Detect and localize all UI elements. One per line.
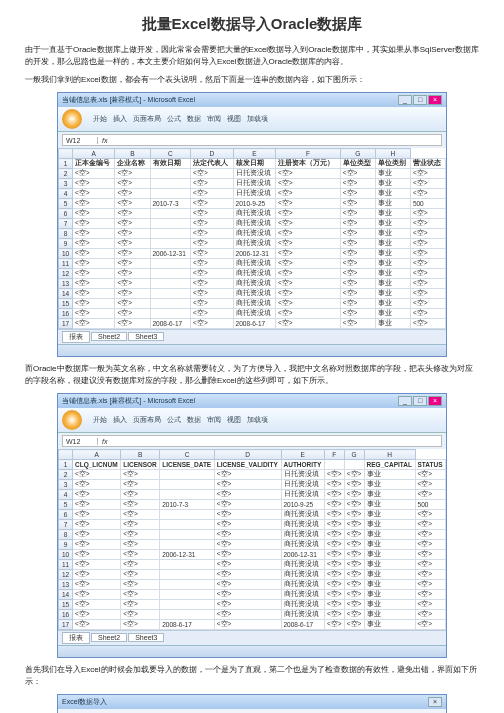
cell[interactable]: <空>: [276, 279, 341, 289]
cell[interactable]: 2010-7-3: [150, 199, 191, 209]
cell[interactable]: 商托资没填: [233, 289, 275, 299]
cell[interactable]: 2008-6-17: [150, 319, 191, 329]
cell[interactable]: 500: [410, 199, 445, 209]
cell[interactable]: <空>: [73, 560, 121, 570]
cell[interactable]: <空>: [115, 289, 150, 299]
ribbon-tab[interactable]: 审阅: [207, 416, 221, 423]
cell[interactable]: <空>: [415, 600, 445, 610]
cell[interactable]: 事业: [375, 199, 410, 209]
cell[interactable]: <空>: [73, 219, 115, 229]
cell[interactable]: 商托资没填: [233, 279, 275, 289]
cell[interactable]: [160, 520, 215, 530]
cell[interactable]: <空>: [344, 480, 364, 490]
cell[interactable]: <空>: [415, 580, 445, 590]
cell[interactable]: 事业: [364, 520, 415, 530]
cell[interactable]: <空>: [73, 269, 115, 279]
cell[interactable]: [150, 209, 191, 219]
cell[interactable]: [160, 530, 215, 540]
row-header[interactable]: 9: [59, 239, 73, 249]
cell[interactable]: 事业: [364, 580, 415, 590]
cell[interactable]: <空>: [340, 229, 375, 239]
cell[interactable]: <空>: [324, 470, 344, 480]
cell[interactable]: 事业: [364, 470, 415, 480]
cell[interactable]: <空>: [73, 510, 121, 520]
cell[interactable]: 事业: [364, 570, 415, 580]
col-header[interactable]: C: [150, 149, 191, 159]
cell[interactable]: <空>: [121, 530, 160, 540]
cell[interactable]: <空>: [415, 540, 445, 550]
row-header[interactable]: 2: [59, 169, 73, 179]
cell[interactable]: <空>: [344, 530, 364, 540]
ribbon-tab[interactable]: 视图: [227, 416, 241, 423]
cell[interactable]: 日托资没填: [281, 480, 324, 490]
cell[interactable]: <空>: [115, 179, 150, 189]
cell[interactable]: <空>: [191, 189, 233, 199]
cell[interactable]: <空>: [73, 249, 115, 259]
cell[interactable]: [160, 480, 215, 490]
cell[interactable]: <空>: [344, 600, 364, 610]
cell[interactable]: <空>: [324, 570, 344, 580]
cell[interactable]: <空>: [73, 239, 115, 249]
cell[interactable]: 事业: [375, 279, 410, 289]
cell[interactable]: <空>: [115, 239, 150, 249]
min-button[interactable]: _: [398, 95, 412, 105]
row-header[interactable]: 2: [59, 470, 73, 480]
cell[interactable]: <空>: [340, 279, 375, 289]
cell[interactable]: <空>: [121, 580, 160, 590]
cell[interactable]: [150, 179, 191, 189]
cell[interactable]: <空>: [276, 189, 341, 199]
col-header[interactable]: A: [73, 450, 121, 460]
cell[interactable]: [150, 299, 191, 309]
cell[interactable]: <空>: [340, 189, 375, 199]
col-header[interactable]: C: [160, 450, 215, 460]
sheet-tab[interactable]: Sheet3: [128, 332, 164, 341]
cell[interactable]: <空>: [415, 550, 445, 560]
row-header[interactable]: 15: [59, 600, 73, 610]
cell[interactable]: <空>: [191, 309, 233, 319]
cell[interactable]: 商托资没填: [233, 209, 275, 219]
row-header[interactable]: 10: [59, 249, 73, 259]
cell[interactable]: 500: [415, 500, 445, 510]
cell[interactable]: <空>: [214, 590, 281, 600]
spreadsheet-grid[interactable]: ABCDEFGH1CLQ_LICNUMLICENSORLICENSE_DATEL…: [58, 449, 446, 630]
cell[interactable]: 商托资没填: [281, 610, 324, 620]
cell[interactable]: <空>: [73, 550, 121, 560]
row-header[interactable]: 15: [59, 299, 73, 309]
cell[interactable]: <空>: [115, 299, 150, 309]
cell[interactable]: <空>: [115, 199, 150, 209]
cell[interactable]: <空>: [324, 550, 344, 560]
cell[interactable]: 商托资没填: [281, 600, 324, 610]
cell[interactable]: 日托资没填: [233, 169, 275, 179]
col-header[interactable]: H: [375, 149, 410, 159]
cell[interactable]: 2008-6-17: [160, 620, 215, 630]
cell[interactable]: 事业: [375, 189, 410, 199]
cell[interactable]: <空>: [115, 269, 150, 279]
cell[interactable]: 商托资没填: [281, 560, 324, 570]
cell[interactable]: <空>: [115, 279, 150, 289]
cell[interactable]: 事业: [364, 610, 415, 620]
ribbon-tab[interactable]: 加载项: [247, 416, 268, 423]
col-header[interactable]: E: [281, 450, 324, 460]
cell[interactable]: <空>: [73, 580, 121, 590]
cell[interactable]: 商托资没填: [233, 239, 275, 249]
cell[interactable]: <空>: [73, 169, 115, 179]
cell[interactable]: <空>: [410, 229, 445, 239]
cell[interactable]: 事业: [375, 209, 410, 219]
cell[interactable]: <空>: [191, 269, 233, 279]
row-header[interactable]: 12: [59, 570, 73, 580]
cell[interactable]: 2008-6-17: [281, 620, 324, 630]
cell[interactable]: <空>: [415, 590, 445, 600]
cell[interactable]: [150, 269, 191, 279]
cell[interactable]: 事业: [364, 480, 415, 490]
cell[interactable]: <空>: [73, 610, 121, 620]
col-header[interactable]: H: [364, 450, 415, 460]
cell[interactable]: <空>: [73, 299, 115, 309]
cell[interactable]: 商托资没填: [233, 299, 275, 309]
cell[interactable]: <空>: [115, 219, 150, 229]
close-button[interactable]: ×: [428, 396, 442, 406]
row-header[interactable]: 7: [59, 520, 73, 530]
cell[interactable]: 商托资没填: [233, 229, 275, 239]
row-header[interactable]: 16: [59, 610, 73, 620]
cell[interactable]: <空>: [324, 510, 344, 520]
cell[interactable]: 商托资没填: [281, 540, 324, 550]
